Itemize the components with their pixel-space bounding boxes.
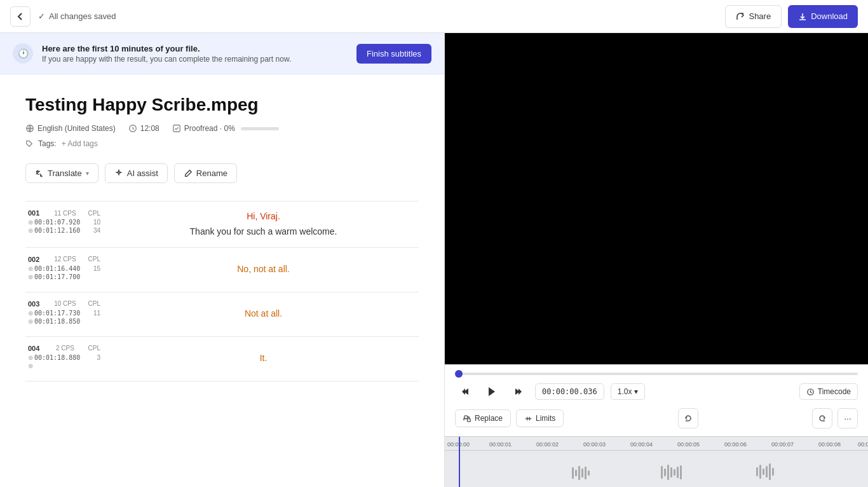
sub-word-thankyou: Thank you for such a warm welcome. [190,226,337,237]
sub-content-003[interactable]: Not at all. [108,300,419,329]
tick-4: 00:00:04 [630,441,653,448]
sub-index-003: 003 [28,300,39,308]
timeline-track[interactable] [445,451,868,486]
main-container: 🕐 Here are the first 10 minutes of your … [0,33,868,487]
sub-add-end-003[interactable]: ⊕ [28,318,33,325]
tick-5: 00:00:05 [677,441,700,448]
timecode-button[interactable]: Timecode [799,383,858,400]
limits-icon [524,415,532,423]
sub-add-end-002[interactable]: ⊕ [28,273,33,280]
redo-button[interactable] [812,408,832,429]
back-button[interactable] [10,6,31,27]
replace-button[interactable]: Replace [455,409,511,427]
more-options-button[interactable]: ··· [837,408,858,429]
sub-cps-002: 12 CPS [54,256,76,263]
tick-3: 00:00:03 [583,441,606,448]
waveform-3 [756,463,774,480]
sub-content-002[interactable]: No, not at all. [108,256,419,284]
video-area [445,33,868,364]
sub-meta-001: 001 11 CPS CPL ⊕ 00:01:07.920 10 [25,209,108,240]
controls-row: 00:00:00.036 1.0x ▾ Timecode [455,381,858,402]
speed-chevron: ▾ [634,387,638,396]
sub-meta-002: 002 12 CPS CPL ⊕ 00:01:16.440 15 [25,256,108,284]
undo-button[interactable] [678,408,698,429]
sub-add-end-004[interactable]: ⊕ [28,362,33,369]
finish-subtitles-button[interactable]: Finish subtitles [356,44,431,64]
sub-content-004[interactable]: It. [108,345,419,373]
table-row: 001 11 CPS CPL ⊕ 00:01:07.920 10 [25,202,419,248]
timeline-ruler: 00:00:00 00:00:01 00:00:02 00:00:03 00:0… [445,437,868,451]
file-title: Testing Happy Scribe.mpeg [25,95,419,115]
language-label: English (United States) [37,124,116,133]
forward-icon [513,387,524,397]
sub-cpl-val1-002: 15 [93,265,103,272]
rename-button[interactable]: Rename [174,163,237,183]
speed-selector[interactable]: 1.0x ▾ [611,383,646,400]
play-button[interactable] [482,381,502,402]
replace-icon [463,415,471,423]
table-row: 002 12 CPS CPL ⊕ 00:01:16.440 15 [25,248,419,292]
translate-label: Translate [48,168,82,178]
timecode-display: 00:00:00.036 [535,383,604,400]
forward-button[interactable] [508,381,529,402]
add-tags-button[interactable]: + Add tags [62,139,98,148]
tag-icon [25,140,33,147]
sub-cpl-label-003: CPL [88,300,100,307]
waveform-2 [661,465,682,480]
sub-add-start-002[interactable]: ⊕ [28,265,33,272]
sub-content-001[interactable]: Hi, Viraj. Thank you for such a warm wel… [108,209,419,240]
banner-text: Here are the first 10 minutes of your fi… [42,44,348,64]
proofread-icon [172,124,181,133]
player-controls: 00:00:00.036 1.0x ▾ Timecode [445,364,868,436]
table-row: 003 10 CPS CPL ⊕ 00:01:17.730 11 [25,292,419,337]
sub-time-end-002: 00:01:17.700 [34,273,80,280]
rewind-button[interactable] [455,381,475,402]
svg-rect-6 [468,418,471,422]
translate-button[interactable]: Translate ▾ [25,163,98,183]
sub-cpl-val1-001: 10 [93,219,103,226]
subtitle-list: 001 11 CPS CPL ⊕ 00:01:07.920 10 [25,201,419,381]
play-icon [486,386,498,397]
timecode-label: Timecode [818,387,851,396]
tick-1: 00:00:01 [489,441,512,448]
tick-8: 00:00:08 [818,441,841,448]
saved-status: ✓ All changes saved [38,11,116,21]
redo-icon [818,414,827,423]
clock-icon [128,124,137,133]
sub-cpl-label-004: CPL [88,345,100,352]
share-label: Share [749,11,771,21]
limits-button[interactable]: Limits [516,409,564,427]
sub-word-not-at-all-003: Not at all. [245,308,282,319]
waveform-1 [572,466,590,480]
rename-label: Rename [196,168,227,178]
sub-meta-004: 004 2 CPS CPL ⊕ 00:01:18.880 3 [25,345,108,373]
sub-add-end-001[interactable]: ⊕ [28,227,33,234]
check-icon: ✓ [38,11,45,21]
translate-icon [35,169,44,178]
share-button[interactable]: Share [725,5,782,28]
sub-word-hi: Hi, [247,211,257,221]
sub-time-start-002: 00:01:16.440 [34,265,80,272]
sub-add-start-004[interactable]: ⊕ [28,354,33,361]
undo-icon [684,414,693,423]
table-row: 004 2 CPS CPL ⊕ 00:01:18.880 3 [25,337,419,381]
sub-cpl-label-001: CPL [88,210,100,217]
download-button[interactable]: Download [788,5,858,28]
progress-bar-container[interactable] [455,373,858,375]
sub-text-003: Not at all. [245,306,282,322]
toolbar: Translate ▾ AI assist Rename [25,163,419,183]
sub-cps-001: 11 CPS [54,210,76,217]
sub-add-start-003[interactable]: ⊕ [28,310,33,317]
sub-word-no-not-at-all: No, not at all. [237,264,290,274]
progress-track [455,373,858,375]
sub-cpl-val1-003: 11 [93,310,103,317]
sub-index-004: 004 [28,345,39,352]
ai-assist-label: AI assist [127,168,158,178]
sub-index-002: 002 [28,256,39,263]
sub-add-start-001[interactable]: ⊕ [28,219,33,226]
ai-assist-button[interactable]: AI assist [105,163,168,183]
tick-7: 00:00:07 [771,441,794,448]
progress-thumb [455,370,463,378]
sub-text-002: No, not at all. [237,262,290,277]
rename-icon [184,169,193,178]
